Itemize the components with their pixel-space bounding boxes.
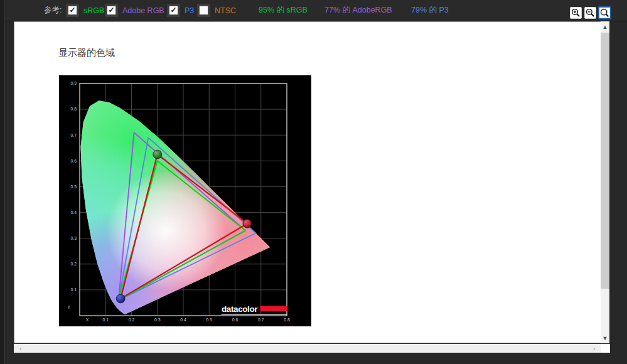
adobergb-coverage-value: 77% 的 AdobeRGB	[324, 0, 392, 21]
scroll-right-button[interactable]: ›	[589, 344, 599, 353]
scroll-up-button[interactable]: ▲	[601, 21, 609, 32]
svg-text:0.5: 0.5	[71, 185, 77, 189]
reference-label: 参考:	[44, 0, 62, 21]
svg-text:0.7: 0.7	[71, 133, 77, 137]
svg-text:0.2: 0.2	[71, 262, 77, 266]
svg-text:0.4: 0.4	[71, 210, 77, 215]
srgb-coverage-value: 95% 的 sRGB	[259, 0, 308, 21]
svg-text:0.4: 0.4	[180, 318, 186, 322]
zoom-select-button[interactable]	[598, 6, 611, 19]
page-title: 显示器的色域	[58, 47, 115, 59]
checkbox-group-srgb[interactable]: ✓ sRGB	[66, 0, 104, 21]
svg-text:0.8: 0.8	[284, 318, 290, 322]
svg-text:datacolor: datacolor	[222, 304, 258, 314]
scrollbar-corner	[601, 344, 610, 353]
svg-text:0.8: 0.8	[71, 107, 77, 111]
checkbox-group-adobergb[interactable]: ✓ Adobe RGB	[105, 0, 164, 21]
adobergb-checkbox-label[interactable]: Adobe RGB	[122, 6, 164, 15]
checkbox-group-p3[interactable]: ✓ P3	[167, 0, 194, 21]
adobergb-checkbox[interactable]: ✓	[107, 6, 116, 15]
primary-marker-green	[153, 150, 162, 159]
primary-marker-blue	[116, 294, 125, 303]
ntsc-checkbox-label[interactable]: NTSC	[215, 6, 236, 15]
svg-text:0.5: 0.5	[206, 318, 213, 322]
checkbox-group-ntsc[interactable]: ✓ NTSC	[197, 0, 236, 21]
cie-diagram-svg: 0.10.20.30.40.50.60.70.80.10.20.30.40.50…	[59, 75, 311, 326]
check-icon: ✓	[69, 6, 75, 14]
cie-chromaticity-chart: 0.10.20.30.40.50.60.70.80.10.20.30.40.50…	[59, 75, 311, 326]
vertical-scrollbar[interactable]: ▲ ▼	[601, 21, 609, 343]
primary-marker-red	[243, 219, 252, 228]
check-icon: ✓	[170, 6, 176, 14]
ntsc-checkbox[interactable]: ✓	[199, 6, 208, 15]
svg-text:0.3: 0.3	[154, 318, 161, 322]
svg-text:0.1: 0.1	[103, 318, 109, 322]
svg-text:0.3: 0.3	[71, 236, 77, 240]
scroll-down-button[interactable]: ▼	[601, 333, 609, 343]
svg-text:0.7: 0.7	[258, 318, 264, 322]
svg-text:Y: Y	[67, 305, 70, 309]
p3-checkbox-label[interactable]: P3	[185, 6, 194, 15]
zoom-select-icon	[600, 8, 609, 18]
svg-text:0.1: 0.1	[71, 287, 77, 292]
svg-text:0.9: 0.9	[71, 81, 77, 85]
p3-checkbox[interactable]: ✓	[169, 6, 178, 15]
p3-coverage-value: 79% 的 P3	[411, 0, 449, 21]
zoom-in-icon	[571, 8, 581, 18]
check-icon: ✓	[108, 6, 114, 14]
horizontal-scrollbar[interactable]: ‹ ›	[14, 344, 601, 353]
svg-text:0.6: 0.6	[71, 159, 77, 163]
svg-text:X: X	[86, 318, 89, 322]
vertical-scrollbar-thumb[interactable]	[601, 33, 609, 289]
zoom-in-button[interactable]	[570, 7, 582, 19]
datacolor-flag	[260, 306, 287, 312]
svg-text:0.2: 0.2	[129, 318, 135, 322]
srgb-checkbox-label[interactable]: sRGB	[83, 6, 104, 15]
scroll-left-button[interactable]: ‹	[15, 344, 26, 353]
svg-text:0.6: 0.6	[232, 318, 238, 322]
srgb-checkbox[interactable]: ✓	[68, 6, 77, 15]
window-left-edge	[0, 0, 5, 364]
zoom-out-button[interactable]	[584, 7, 596, 19]
report-panel: 显示器的色域 0.10.20.30.40.50.60.70.80.10.20.3…	[14, 21, 601, 343]
zoom-out-icon	[586, 8, 595, 18]
reference-toolbar: 参考: ✓ sRGB ✓ Adobe RGB ✓ P3 ✓ NTSC 95% 的…	[0, 0, 627, 21]
